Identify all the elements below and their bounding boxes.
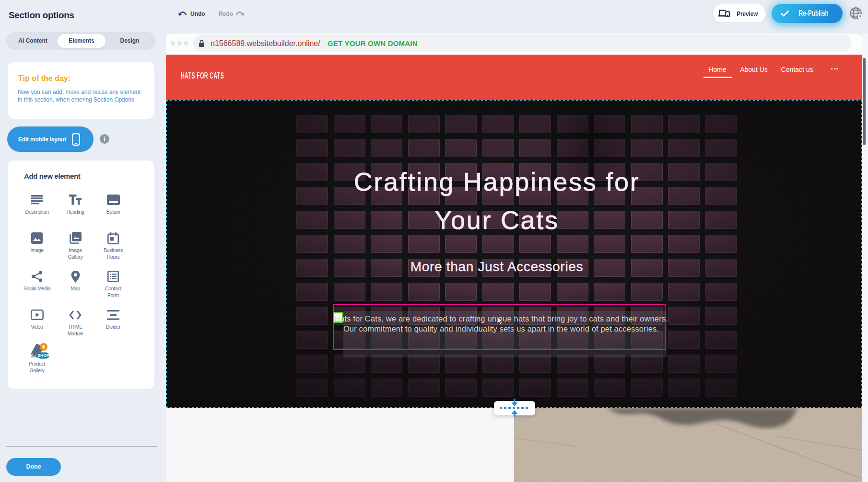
svg-text:SHOP: SHOP (37, 353, 49, 358)
